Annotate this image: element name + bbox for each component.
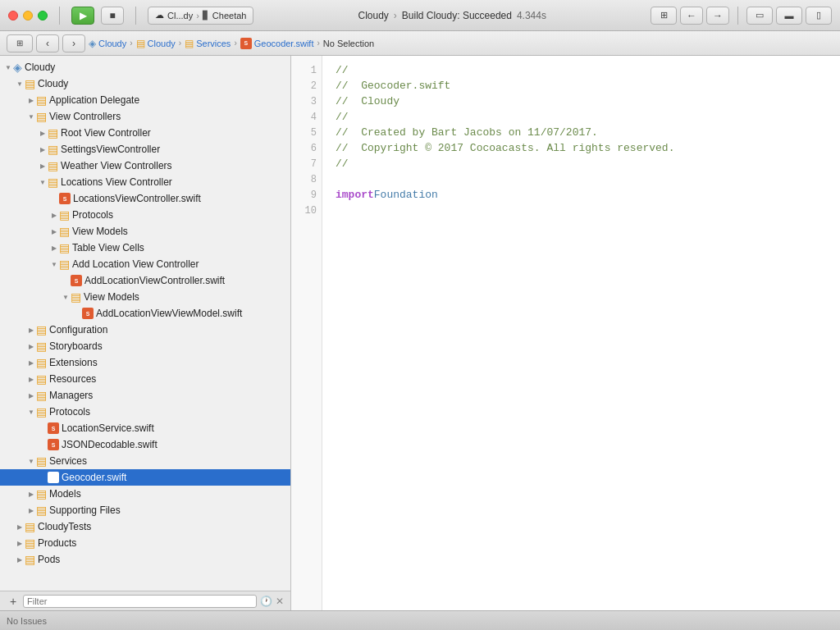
line-number: 5 <box>291 125 322 140</box>
tree-item-label: Protocols <box>72 209 113 221</box>
code-line: // Copyright © 2017 Cocoacasts. All righ… <box>336 140 827 156</box>
tree-item-storyboards[interactable]: ▤Storyboards <box>0 338 290 354</box>
tree-item-label: Storyboards <box>49 340 103 352</box>
stop-icon: ■ <box>109 10 115 21</box>
scheme-selector[interactable]: ☁ Cl...dy › ▊ Cheetah <box>148 7 253 25</box>
tree-item-label: Managers <box>49 390 93 401</box>
tree-item-pods[interactable]: ▤Pods <box>0 551 290 568</box>
sidebar-bottom: + 🕐 ✕ <box>0 591 290 610</box>
tree-item-managers[interactable]: ▤Managers <box>0 387 290 404</box>
forward-nav-button[interactable]: › <box>62 34 85 52</box>
folder-icon: ▤ <box>25 553 35 566</box>
tree-item-table-cells[interactable]: ▤Table View Cells <box>0 240 290 256</box>
tree-item-weather-vc[interactable]: ▤Weather View Controllers <box>0 158 290 174</box>
tree-item-label: Locations View Controller <box>61 176 172 188</box>
arrow-icon <box>26 341 36 351</box>
left-arrow-icon: ‹ <box>46 38 49 49</box>
tree-item-supporting[interactable]: ▤Supporting Files <box>0 502 290 518</box>
back-button[interactable]: ← <box>680 7 703 25</box>
line-numbers: 12345678910 <box>291 56 322 610</box>
arrow-icon <box>15 538 25 548</box>
title-bar: ▶ ■ ☁ Cl...dy › ▊ Cheetah Cloudy › Build… <box>0 0 840 31</box>
minimize-button[interactable] <box>23 11 33 21</box>
arrow-icon <box>26 407 36 417</box>
breadcrumb-geocoder[interactable]: S Geocoder.swift <box>240 38 314 49</box>
folder-icon: ▤ <box>25 536 35 550</box>
tree-item-view-models[interactable]: ▤View Models <box>0 223 290 240</box>
tree-item-label: Extensions <box>49 357 98 368</box>
project-icon: ◈ <box>89 38 96 49</box>
tree-item-add-location-vc[interactable]: ▤Add Location View Controller <box>0 256 290 272</box>
swift-file-icon: S <box>48 471 59 484</box>
tree-item-extensions[interactable]: ▤Extensions <box>0 354 290 371</box>
maximize-button[interactable] <box>38 11 48 21</box>
tree-item-configuration[interactable]: ▤Configuration <box>0 322 290 338</box>
tree-item-protocols-root[interactable]: ▤Protocols <box>0 404 290 420</box>
build-status: Cloudy › Build Cloudy: Succeeded 4.344s <box>260 10 644 21</box>
code-lines[interactable]: //// Geocoder.swift// Cloudy//// Created… <box>322 56 840 610</box>
close-button[interactable] <box>8 11 18 21</box>
debug-toggle[interactable]: ▬ <box>776 7 802 25</box>
tree-item-json-decodable[interactable]: SJSONDecodable.swift <box>0 436 290 453</box>
tree-item-resources[interactable]: ▤Resources <box>0 371 290 387</box>
tree-item-app-delegate[interactable]: ▤Application Delegate <box>0 92 290 108</box>
clear-filter-icon[interactable]: ✕ <box>276 596 284 607</box>
swift-file-icon: S <box>71 274 82 287</box>
panel-left-icon: ▭ <box>756 10 764 21</box>
file-tree[interactable]: ◈Cloudy▤Cloudy▤Application Delegate▤View… <box>0 56 290 591</box>
editor-layout-grid[interactable]: ⊞ <box>651 7 677 25</box>
tree-item-view-controllers[interactable]: ▤View Controllers <box>0 108 290 125</box>
navigator-toggle[interactable]: ▭ <box>746 7 773 25</box>
scope-selector[interactable]: ⊞ <box>7 34 33 52</box>
swift-file-icon: S <box>82 307 94 320</box>
tree-item-location-service[interactable]: SLocationService.swift <box>0 420 290 436</box>
folder-icon: ▤ <box>36 487 47 500</box>
forward-button[interactable]: → <box>706 7 729 25</box>
tree-item-root-vc[interactable]: ▤Root View Controller <box>0 125 290 141</box>
arrow-icon <box>38 161 48 171</box>
tree-item-services[interactable]: ▤Services <box>0 453 290 469</box>
tree-item-label: LocationsViewController.swift <box>73 193 201 204</box>
run-button[interactable]: ▶ <box>71 7 94 25</box>
arrow-icon <box>26 358 36 368</box>
tree-item-locations-vc[interactable]: ▤Locations View Controller <box>0 174 290 190</box>
tree-item-label: View Models <box>72 226 128 237</box>
breadcrumb-cloudy-folder[interactable]: ▤ Cloudy <box>136 38 176 49</box>
inspector-toggle[interactable]: ▯ <box>806 7 832 25</box>
tree-item-models[interactable]: ▤Models <box>0 486 290 502</box>
tree-item-label: Cloudy <box>38 78 68 89</box>
stop-button[interactable]: ■ <box>101 7 124 25</box>
arrow-icon <box>49 226 59 236</box>
line-number: 1 <box>291 62 322 78</box>
breadcrumb-cloudy-project[interactable]: ◈ Cloudy <box>89 38 126 49</box>
code-line: // <box>336 156 827 171</box>
add-file-button[interactable]: + <box>7 595 20 608</box>
tree-item-locations-swift[interactable]: SLocationsViewController.swift <box>0 190 290 207</box>
scope-icon: ⊞ <box>16 39 23 48</box>
panel-bottom-icon: ▬ <box>785 11 794 21</box>
forward-icon: → <box>713 10 723 21</box>
tree-item-add-location-vm-swift[interactable]: SAddLocationViewViewModel.swift <box>0 305 290 322</box>
tree-item-settings-vc[interactable]: ▤SettingsViewController <box>0 141 290 158</box>
tree-item-cloudy-tests[interactable]: ▤CloudyTests <box>0 518 290 535</box>
tree-item-label: Geocoder.swift <box>62 472 126 483</box>
tree-item-protocols[interactable]: ▤Protocols <box>0 207 290 223</box>
tree-item-label: JSONDecodable.swift <box>62 439 158 450</box>
tree-item-cloudy-folder[interactable]: ▤Cloudy <box>0 75 290 92</box>
folder-icon: ▤ <box>36 323 47 336</box>
scheme-left-label: Cl...dy <box>167 11 193 21</box>
tree-item-cloudy-root[interactable]: ◈Cloudy <box>0 59 290 75</box>
swift-file-icon: S <box>59 192 71 205</box>
arrow-icon <box>26 374 36 384</box>
code-line: import Foundation <box>336 187 827 203</box>
breadcrumb-services[interactable]: ▤ Services <box>185 38 231 49</box>
tree-item-products[interactable]: ▤Products <box>0 535 290 551</box>
tree-item-add-location-vm[interactable]: ▤View Models <box>0 289 290 305</box>
tree-item-geocoder-swift[interactable]: SGeocoder.swift <box>0 469 290 486</box>
code-content: 12345678910 //// Geocoder.swift// Cloudy… <box>291 56 840 610</box>
folder-icon: ▤ <box>71 290 81 304</box>
filter-input[interactable] <box>23 595 257 608</box>
panel-right-icon: ▯ <box>816 10 821 21</box>
tree-item-add-location-swift[interactable]: SAddLocationViewController.swift <box>0 272 290 289</box>
back-nav-button[interactable]: ‹ <box>36 34 59 52</box>
